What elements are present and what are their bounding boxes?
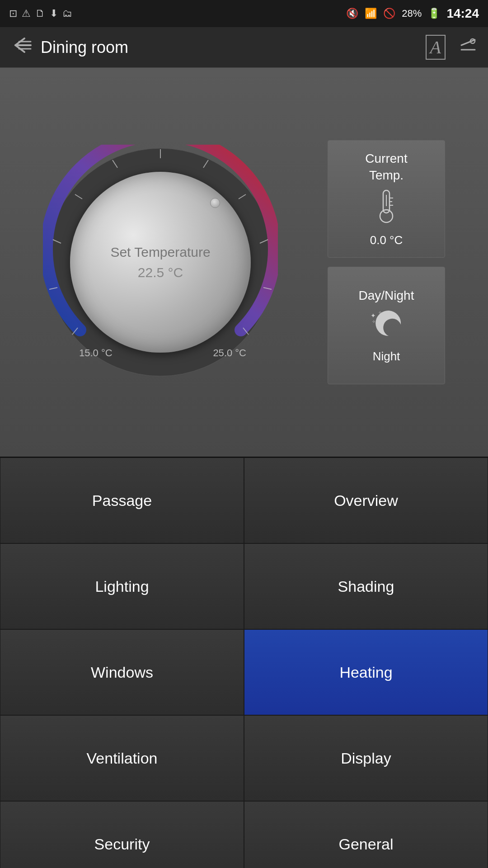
download-icon: ⬇ [50,8,58,19]
page-title: Dining room [41,38,128,57]
dial-set-value: 22.5 °C [138,265,183,280]
security-label: Security [94,835,150,853]
nav-ventilation[interactable]: Ventilation [0,715,244,801]
settings-icon[interactable] [459,36,477,58]
thermometer-icon [373,188,400,229]
nav-windows[interactable]: Windows [0,629,244,715]
clipboard-icon: 🗂 [62,8,72,19]
nav-shading[interactable]: Shading [244,543,488,629]
display-label: Display [341,750,391,767]
nav-lighting[interactable]: Lighting [0,543,244,629]
current-temp-value: 0.0 °C [370,233,403,247]
nav-overview[interactable]: Overview [244,458,488,543]
battery-icon: 🔋 [428,8,440,19]
navigation-grid: Passage Overview Lighting Shading Window… [0,457,488,868]
overview-label: Overview [334,492,398,509]
doc-icon: 🗋 [35,8,45,19]
battery-percent: 28% [402,8,422,19]
svg-text:✦: ✦ [371,312,376,319]
passage-label: Passage [92,492,152,509]
shading-label: Shading [338,578,394,595]
status-icons-left: ⊡ ⚠ 🗋 ⬇ 🗂 [9,8,72,19]
wifi-icon: 📶 [365,8,377,19]
mute-icon: 🔇 [346,8,358,19]
windows-label: Windows [91,664,153,681]
dial-face[interactable]: Set Temperature 22.5 °C [70,172,251,353]
no-sim-icon: 🚫 [383,8,395,19]
svg-text:✧: ✧ [372,319,375,324]
dial-label: Set Temperature [110,244,210,260]
night-mode-icon: ✦ ✧ ✧ [368,309,404,345]
status-bar: ⊡ ⚠ 🗋 ⬇ 🗂 🔇 📶 🚫 28% 🔋 14:24 [0,0,488,27]
dial-min-label: 15.0 °C [79,347,113,359]
right-panel: CurrentTemp. 0.0 °C Day/Night ✦ ✧ [328,140,445,384]
nav-passage[interactable]: Passage [0,458,244,543]
general-label: General [339,835,394,853]
header-actions: A [426,35,477,60]
screen-icon: ⊡ [9,8,17,19]
nav-security[interactable]: Security [0,801,244,868]
temperature-dial[interactable]: Set Temperature 22.5 °C 15.0 °C 25.0 °C [43,145,278,380]
nav-display[interactable]: Display [244,715,488,801]
app-header: Dining room A [0,27,488,68]
main-content: Set Temperature 22.5 °C 15.0 °C 25.0 °C … [0,68,488,457]
dial-max-label: 25.0 °C [213,347,246,359]
font-icon[interactable]: A [426,35,446,60]
current-temp-title: CurrentTemp. [365,151,407,184]
day-night-title: Day/Night [359,288,414,304]
lighting-label: Lighting [95,578,149,595]
ventilation-label: Ventilation [87,750,158,767]
nav-heating[interactable]: Heating [244,629,488,715]
nav-general[interactable]: General [244,801,488,868]
day-night-mode: Night [373,349,400,363]
alert-icon: ⚠ [22,8,31,19]
dial-indicator [210,198,220,208]
heating-label: Heating [339,664,392,681]
back-button[interactable] [11,36,33,58]
day-night-card[interactable]: Day/Night ✦ ✧ ✧ Night [328,267,445,384]
svg-line-3 [461,40,475,45]
status-indicators-right: 🔇 📶 🚫 28% 🔋 14:24 [346,6,479,21]
time-display: 14:24 [446,6,479,21]
header-left: Dining room [11,36,128,58]
svg-point-20 [380,210,393,222]
current-temp-card[interactable]: CurrentTemp. 0.0 °C [328,140,445,258]
